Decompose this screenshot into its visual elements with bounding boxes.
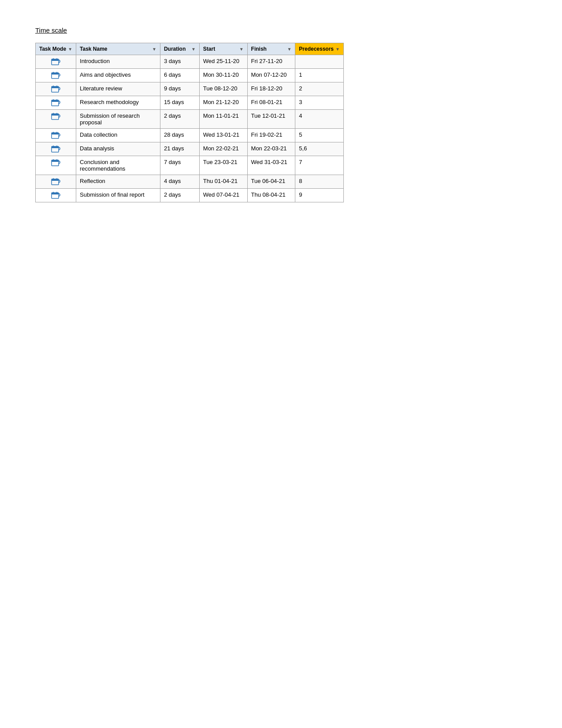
duration-cell: 2 days	[160, 110, 199, 129]
svg-rect-37	[52, 193, 59, 194]
col-header-predecessors[interactable]: Predecessors ▼	[295, 43, 344, 55]
start-cell: Mon 30-11-20	[199, 69, 247, 82]
predecessors-cell: 5	[295, 129, 344, 142]
table-row: Data analysis21 daysMon 22-02-21Mon 22-0…	[36, 142, 344, 156]
task-name-cell: Data collection	[76, 129, 160, 142]
table-row: Research methodology15 daysMon 21-12-20F…	[36, 96, 344, 110]
predecessors-cell: 9	[295, 189, 344, 202]
start-cell: Thu 01-04-21	[199, 175, 247, 189]
svg-rect-33	[52, 179, 59, 181]
duration-cell: 15 days	[160, 96, 199, 110]
task-name-cell: Reflection	[76, 175, 160, 189]
predecessors-cell: 4	[295, 110, 344, 129]
task-mode-cell	[36, 129, 76, 142]
duration-cell: 6 days	[160, 69, 199, 82]
svg-rect-1	[52, 59, 59, 61]
table-row: Reflection4 daysThu 01-04-21Tue 06-04-21…	[36, 175, 344, 189]
task-mode-icon	[51, 112, 61, 120]
task-name-cell: Literature review	[76, 82, 160, 96]
duration-cell: 7 days	[160, 156, 199, 175]
svg-rect-17	[52, 114, 59, 116]
svg-rect-25	[52, 146, 59, 148]
predecessors-cell	[295, 55, 344, 69]
task-mode-cell	[36, 69, 76, 82]
task-name-cell: Submission of final report	[76, 189, 160, 202]
finish-cell: Mon 22-03-21	[247, 142, 295, 156]
table-row: Submission of final report2 daysWed 07-0…	[36, 189, 344, 202]
duration-cell: 21 days	[160, 142, 199, 156]
finish-cell: Fri 27-11-20	[247, 55, 295, 69]
start-cell: Wed 13-01-21	[199, 129, 247, 142]
task-name-cell: Introduction	[76, 55, 160, 69]
task-mode-icon	[51, 178, 61, 186]
finish-cell: Mon 07-12-20	[247, 69, 295, 82]
predecessors-cell: 3	[295, 96, 344, 110]
start-cell: Wed 25-11-20	[199, 55, 247, 69]
task-mode-icon	[51, 131, 61, 139]
task-mode-icon	[51, 85, 61, 93]
col-header-duration[interactable]: Duration ▼	[160, 43, 199, 55]
start-cell: Tue 23-03-21	[199, 156, 247, 175]
finish-cell: Fri 08-01-21	[247, 96, 295, 110]
task-mode-icon	[51, 159, 61, 167]
task-mode-cell	[36, 156, 76, 175]
page-title: Time scale	[35, 26, 67, 34]
start-cell: Tue 08-12-20	[199, 82, 247, 96]
col-header-start[interactable]: Start ▼	[199, 43, 247, 55]
predecessors-cell: 8	[295, 175, 344, 189]
task-mode-icon	[51, 58, 61, 66]
start-cell: Mon 11-01-21	[199, 110, 247, 129]
start-cell: Mon 21-12-20	[199, 96, 247, 110]
table-row: Submission of research proposal2 daysMon…	[36, 110, 344, 129]
finish-cell: Wed 31-03-21	[247, 156, 295, 175]
task-mode-cell	[36, 55, 76, 69]
task-mode-cell	[36, 189, 76, 202]
task-name-cell: Aims and objectives	[76, 69, 160, 82]
duration-cell: 4 days	[160, 175, 199, 189]
table-row: Aims and objectives6 daysMon 30-11-20Mon…	[36, 69, 344, 82]
finish-cell: Fri 18-12-20	[247, 82, 295, 96]
task-mode-cell	[36, 175, 76, 189]
table-row: Conclusion and recommendations7 daysTue …	[36, 156, 344, 175]
task-mode-icon	[51, 99, 61, 107]
duration-cell: 3 days	[160, 55, 199, 69]
table-row: Introduction3 daysWed 25-11-20Fri 27-11-…	[36, 55, 344, 69]
task-name-cell: Conclusion and recommendations	[76, 156, 160, 175]
predecessors-cell: 5,6	[295, 142, 344, 156]
start-sort-icon[interactable]: ▼	[239, 47, 244, 52]
task-mode-icon	[51, 191, 61, 199]
col-header-task-name[interactable]: Task Name ▼	[76, 43, 160, 55]
task-mode-cell	[36, 110, 76, 129]
finish-sort-icon[interactable]: ▼	[287, 47, 291, 52]
task-mode-cell	[36, 82, 76, 96]
table-row: Literature review9 daysTue 08-12-20Fri 1…	[36, 82, 344, 96]
predecessors-cell: 7	[295, 156, 344, 175]
duration-sort-icon[interactable]: ▼	[191, 47, 196, 52]
svg-rect-5	[52, 73, 59, 75]
finish-cell: Thu 08-04-21	[247, 189, 295, 202]
duration-cell: 28 days	[160, 129, 199, 142]
task-name-cell: Research methodology	[76, 96, 160, 110]
task-mode-cell	[36, 96, 76, 110]
table-row: Data collection28 daysWed 13-01-21Fri 19…	[36, 129, 344, 142]
col-header-task-mode[interactable]: Task Mode ▼	[36, 43, 76, 55]
col-header-finish[interactable]: Finish ▼	[247, 43, 295, 55]
predecessors-cell: 2	[295, 82, 344, 96]
task-name-cell: Submission of research proposal	[76, 110, 160, 129]
task-mode-sort-icon[interactable]: ▼	[68, 47, 72, 52]
predecessors-sort-icon[interactable]: ▼	[335, 47, 340, 52]
finish-cell: Fri 19-02-21	[247, 129, 295, 142]
svg-rect-21	[52, 133, 59, 134]
task-name-sort-icon[interactable]: ▼	[152, 47, 156, 52]
task-mode-icon	[51, 145, 61, 153]
task-mode-icon	[51, 71, 61, 79]
svg-rect-29	[52, 160, 59, 162]
finish-cell: Tue 06-04-21	[247, 175, 295, 189]
task-name-cell: Data analysis	[76, 142, 160, 156]
finish-cell: Tue 12-01-21	[247, 110, 295, 129]
gantt-table: Task Mode ▼ Task Name ▼ Duration ▼ Start	[35, 43, 344, 202]
predecessors-cell: 1	[295, 69, 344, 82]
svg-rect-9	[52, 86, 59, 88]
duration-cell: 2 days	[160, 189, 199, 202]
task-mode-cell	[36, 142, 76, 156]
